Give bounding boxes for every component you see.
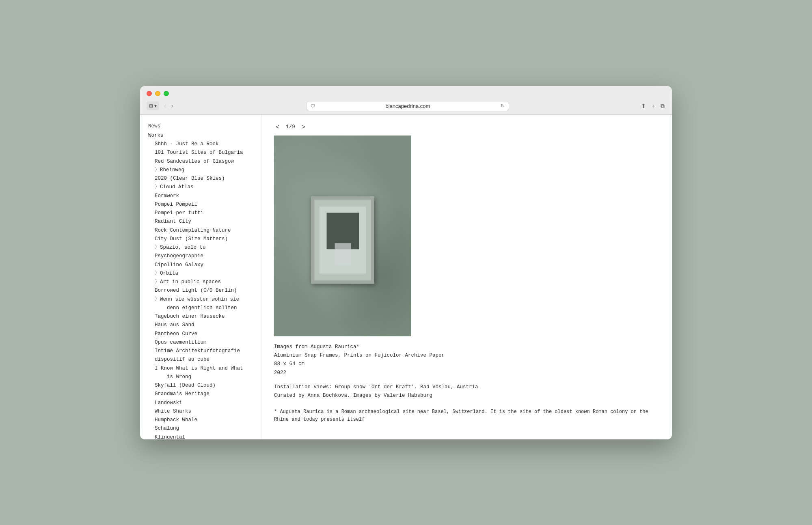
caption-line-2: Aluminium Snap Frames, Prints on Fujicol… — [274, 351, 660, 360]
lock-icon: 🛡 — [311, 103, 315, 108]
refresh-icon: ↻ — [501, 103, 505, 109]
framed-artwork — [311, 197, 374, 284]
sidebar-item-news[interactable]: News — [148, 122, 253, 131]
sidebar-item-pompei-tutti[interactable]: Pompei per tutti — [148, 209, 253, 217]
sidebar-item-rheinweg[interactable]: 〉Rheinweg — [148, 166, 253, 174]
sidebar-item-schalung[interactable]: Schalung — [148, 424, 253, 433]
image-counter: 1/9 — [286, 123, 295, 131]
browser-toolbar: ⊞ ▾ ‹ › 🛡 biancapedrina.com ↻ ⬆ + ⧉ — [147, 101, 665, 114]
sidebar-item-skyfall[interactable]: Skyfall (Dead Cloud) — [148, 381, 253, 390]
url-text: biancapedrina.com — [317, 103, 498, 109]
main-content: < 1/9 > Images from Augusta Raurica* Alu… — [262, 115, 672, 439]
caption-line-1: Images from Augusta Raurica* — [274, 343, 660, 351]
artwork-caption: Images from Augusta Raurica* Aluminium S… — [274, 343, 660, 377]
image-next-button[interactable]: > — [300, 123, 307, 131]
nav-arrows: ‹ › — [162, 101, 175, 110]
browser-content: News Works Shhh - Just Be a Rock 101 Tou… — [140, 115, 672, 439]
installation-info: Installation views: Group show 'Ort der … — [274, 383, 660, 400]
sidebar-item-psychogeographie[interactable]: Psychogeographie — [148, 252, 253, 260]
minimize-button[interactable] — [155, 91, 160, 96]
browser-window: ⊞ ▾ ‹ › 🛡 biancapedrina.com ↻ ⬆ + ⧉ News — [140, 86, 672, 439]
sidebar-item-cloud-atlas[interactable]: 〉Cloud Atlas — [148, 183, 253, 191]
close-button[interactable] — [147, 91, 152, 96]
sidebar-item-101[interactable]: 101 Tourist Sites of Bulgaria — [148, 148, 253, 157]
sidebar-item-pantheon[interactable]: Pantheon Curve — [148, 330, 253, 338]
sidebar-item-wenn[interactable]: 〉Wenn sie wüssten wohin sie denn eigentl… — [148, 295, 253, 313]
sidebar-button[interactable]: ⧉ — [660, 102, 665, 110]
image-nav: < 1/9 > — [274, 123, 660, 131]
address-bar[interactable]: 🛡 biancapedrina.com ↻ — [306, 101, 509, 111]
sidebar-item-white-sharks[interactable]: White Sharks — [148, 407, 253, 416]
ort-der-kraft-link[interactable]: 'Ort der Kraft' — [369, 384, 415, 390]
sidebar-item-tagebuch[interactable]: Tagebuch einer Hausecke — [148, 312, 253, 321]
toolbar-right: ⬆ + ⧉ — [640, 102, 665, 110]
sidebar-item-formwork[interactable]: Formwork — [148, 192, 253, 200]
traffic-lights — [147, 91, 665, 101]
sidebar-item-works[interactable]: Works — [148, 131, 253, 140]
sidebar-item-orbita[interactable]: 〉Orbita — [148, 269, 253, 278]
installation-line-2: Curated by Anna Bochkova. Images by Vale… — [274, 392, 660, 400]
sidebar-item-klingental[interactable]: Klingental — [148, 433, 253, 439]
sidebar-item-pompei-pompeii[interactable]: Pompei Pompeii — [148, 200, 253, 209]
new-tab-button[interactable]: + — [651, 102, 656, 110]
sidebar-item-art-public[interactable]: 〉Art in public spaces — [148, 278, 253, 286]
sidebar-item-landowski[interactable]: Landowski — [148, 399, 253, 407]
sidebar-item-intime[interactable]: Intime Architekturfotografie — [148, 347, 253, 355]
browser-chrome: ⊞ ▾ ‹ › 🛡 biancapedrina.com ↻ ⬆ + ⧉ — [140, 86, 672, 115]
sidebar-item-red[interactable]: Red Sandcastles of Glasgow — [148, 157, 253, 166]
sidebar-item-haus-sand[interactable]: Haus aus Sand — [148, 321, 253, 329]
sidebar-item-city-dust[interactable]: City Dust (Size Matters) — [148, 235, 253, 243]
sidebar-item-rock-contemplating[interactable]: Rock Contemplating Nature — [148, 226, 253, 235]
fullscreen-button[interactable] — [164, 91, 169, 96]
share-button[interactable]: ⬆ — [640, 102, 647, 110]
tab-grid-button[interactable]: ⊞ ▾ — [147, 101, 159, 110]
image-prev-button[interactable]: < — [274, 123, 281, 131]
sidebar-item-humpback[interactable]: Humpback Whale — [148, 416, 253, 424]
sidebar-item-cipollino[interactable]: Cipollino Galaxy — [148, 261, 253, 269]
sidebar-item-grandma[interactable]: Grandma's Heritage — [148, 390, 253, 398]
sidebar-item-shhh[interactable]: Shhh - Just Be a Rock — [148, 140, 253, 148]
sidebar-item-know-what[interactable]: I Know What is Right and What is Wrong — [148, 364, 253, 382]
installation-line-1: Installation views: Group show 'Ort der … — [274, 383, 660, 392]
artwork-image — [274, 136, 411, 336]
caption-line-4: 2022 — [274, 369, 660, 377]
sidebar-item-opus[interactable]: Opus caementitium — [148, 338, 253, 347]
back-button[interactable]: ‹ — [162, 101, 168, 110]
sidebar-item-radiant-city[interactable]: Radiant City — [148, 217, 253, 226]
sidebar-item-spazio[interactable]: 〉Spazio, solo tu — [148, 243, 253, 252]
toolbar-left: ⊞ ▾ ‹ › — [147, 101, 175, 110]
sidebar: News Works Shhh - Just Be a Rock 101 Tou… — [140, 115, 262, 439]
forward-button[interactable]: › — [170, 101, 175, 110]
sidebar-item-borrowed-light[interactable]: Borrowed Light (C/O Berlin) — [148, 286, 253, 295]
footnote-text: * Augusta Raurica is a Roman archaeologi… — [274, 409, 648, 422]
caption-line-3: 88 x 64 cm — [274, 360, 660, 368]
sidebar-item-dispositif[interactable]: dispositif au cube — [148, 355, 253, 364]
footnote: * Augusta Raurica is a Roman archaeologi… — [274, 408, 660, 424]
inner-light-element — [335, 243, 351, 266]
inner-artwork — [320, 207, 366, 274]
sidebar-item-2020[interactable]: 2020 (Clear Blue Skies) — [148, 174, 253, 183]
